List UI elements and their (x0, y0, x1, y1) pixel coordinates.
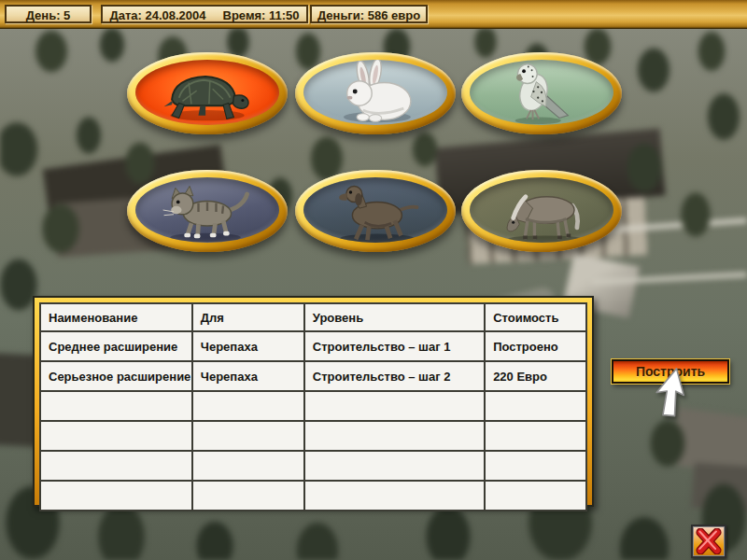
cell-level[interactable] (304, 391, 485, 421)
money-label: Деньги: 586 евро (317, 8, 420, 22)
expansion-table-panel: Наименование Для Уровень Стоимость Средн… (33, 296, 594, 507)
col-header-for: Для (192, 303, 304, 331)
cell-level[interactable] (304, 421, 485, 451)
animal-button-bird[interactable] (461, 52, 622, 134)
horse-icon (470, 177, 613, 243)
cell-for[interactable] (192, 451, 304, 481)
table-row[interactable]: Серьезное расширение Черепаха Строительс… (40, 361, 586, 391)
dog-icon (303, 177, 447, 243)
table-header-row: Наименование Для Уровень Стоимость (40, 303, 586, 331)
date-label: Дата: 24.08.2004 (109, 8, 205, 22)
mouse-cursor-icon (646, 366, 695, 420)
cell-cost[interactable]: Построено (485, 331, 586, 361)
animal-button-horse[interactable] (461, 170, 622, 252)
bird-icon (470, 60, 613, 125)
cell-for[interactable] (192, 421, 304, 451)
cell-cost[interactable] (485, 391, 586, 421)
cell-name[interactable] (40, 391, 192, 421)
cell-name[interactable]: Среднее расширение (40, 331, 192, 361)
close-icon (695, 528, 723, 554)
table-row[interactable] (40, 391, 586, 421)
cell-for[interactable]: Черепаха (192, 361, 304, 391)
close-button[interactable] (691, 525, 726, 558)
table-row[interactable] (40, 481, 586, 511)
expansion-table: Наименование Для Уровень Стоимость Средн… (39, 302, 587, 511)
animal-button-dog[interactable] (295, 170, 456, 252)
cell-level[interactable]: Строительство – шаг 2 (304, 361, 485, 391)
cell-cost[interactable]: 220 Евро (485, 361, 586, 391)
cell-for[interactable]: Черепаха (192, 331, 304, 361)
col-header-name: Наименование (40, 303, 192, 331)
cell-for[interactable] (192, 391, 304, 421)
cell-cost[interactable] (485, 481, 586, 511)
cell-name[interactable] (40, 451, 192, 481)
cell-level[interactable] (304, 481, 485, 511)
rabbit-icon (303, 60, 447, 125)
game-screen: День: 5 Дата: 24.08.2004Время: 11:50 Ден… (0, 0, 747, 560)
status-bar: День: 5 Дата: 24.08.2004Время: 11:50 Ден… (0, 0, 747, 29)
money-info-box: Деньги: 586 евро (310, 5, 428, 23)
cell-cost[interactable] (485, 421, 586, 451)
table-row[interactable]: Среднее расширение Черепаха Строительств… (40, 331, 586, 361)
cell-name[interactable] (40, 421, 192, 451)
animal-button-rabbit[interactable] (295, 52, 456, 134)
table-row[interactable] (40, 421, 586, 451)
cell-name[interactable] (40, 481, 192, 511)
day-info-box: День: 5 (5, 5, 92, 23)
animal-button-turtle[interactable] (127, 52, 288, 134)
cell-level[interactable]: Строительство – шаг 1 (304, 331, 485, 361)
cell-level[interactable] (304, 451, 485, 481)
cell-name[interactable]: Серьезное расширение (40, 361, 192, 391)
day-label: День: 5 (26, 8, 71, 22)
cat-icon (135, 177, 279, 243)
cell-for[interactable] (192, 481, 304, 511)
time-label: Время: 11:50 (223, 8, 300, 22)
datetime-info-box: Дата: 24.08.2004Время: 11:50 (101, 5, 308, 23)
cell-cost[interactable] (485, 451, 586, 481)
animal-button-cat[interactable] (127, 170, 288, 252)
col-header-level: Уровень (304, 303, 485, 331)
turtle-icon (135, 60, 279, 125)
table-row[interactable] (40, 451, 586, 481)
col-header-cost: Стоимость (485, 303, 586, 331)
